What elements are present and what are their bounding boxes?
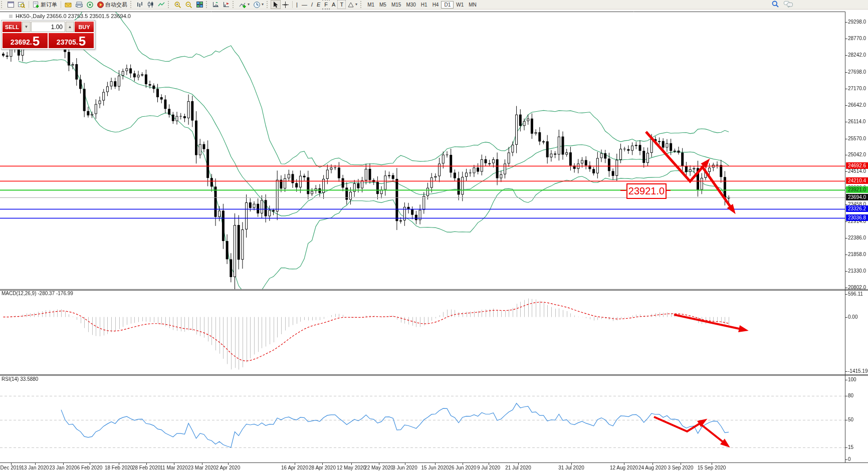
price-tick-label: 27170.0 <box>848 86 866 91</box>
autotrade-icon <box>97 2 104 8</box>
macd-indicator-label: MACD(12,26,9) -280.37 -176.99 <box>2 291 73 296</box>
candlestick-icon[interactable] <box>145 1 156 9</box>
price-badge: 24210.4 <box>846 177 868 184</box>
text-label-icon[interactable]: T <box>337 0 346 9</box>
price-tick-label: 24514.0 <box>848 168 866 174</box>
chart-ohlc-title: HK50-,Daily 23656.0 23753.5 23501.5 2369… <box>9 13 131 19</box>
rsi-tick-label: 15 <box>848 444 853 450</box>
shapes-icon[interactable]: ▾ <box>346 1 359 9</box>
price-tick-label: 27698.0 <box>848 69 866 75</box>
shapes-dropdown-icon[interactable]: ▾ <box>355 1 357 9</box>
buy-price-big-digit: 5 <box>79 35 86 47</box>
sell-price: 23692. <box>11 37 32 47</box>
buy-button[interactable]: BUY <box>75 22 94 32</box>
indicators-icon[interactable]: ▾ <box>237 1 252 9</box>
window-icon[interactable] <box>6 1 16 9</box>
tab-m15[interactable]: M15 <box>389 1 403 9</box>
price-tick-label: 21858.0 <box>848 252 866 257</box>
one-click-trade-widget: SELL ▼ 1.00 ▲ BUY 23692.5 23705.5 <box>1 20 95 50</box>
trendline-icon[interactable]: / <box>309 1 315 9</box>
new-order-icon <box>33 2 39 8</box>
price-badge: 23694.0 <box>846 194 868 200</box>
price-tick-label: 26114.0 <box>848 119 865 124</box>
news-icon[interactable] <box>85 1 95 9</box>
tab-d1[interactable]: D1 <box>441 1 454 9</box>
rsi-tick-label: 50 <box>848 417 853 422</box>
autotrade-label: 自动交易 <box>105 1 127 9</box>
tile-windows-icon[interactable] <box>194 1 205 9</box>
deposit-icon[interactable] <box>63 1 74 9</box>
price-badge: 23921.0 <box>846 186 868 193</box>
toolbar-grip <box>1 1 5 8</box>
equidistant-channel-icon[interactable]: E <box>315 1 322 9</box>
chart-shift-icon[interactable] <box>221 1 232 9</box>
vertical-line-icon[interactable]: | <box>294 1 300 9</box>
zoom-in-icon[interactable] <box>172 1 183 9</box>
volume-up-button[interactable]: ▲ <box>66 22 74 32</box>
date-tick-label: 15 Sep 2020 <box>691 465 733 470</box>
macd-tick-label: -1415.19 <box>848 368 867 374</box>
fibonacci-icon[interactable]: F <box>322 0 330 10</box>
rsi-tick-label: 80 <box>848 393 853 398</box>
text-icon[interactable]: A <box>330 1 337 9</box>
toolbar: 新订单 自动交易 <box>0 0 868 10</box>
price-tick-label: 21330.0 <box>848 268 866 274</box>
autotrade-button[interactable]: 自动交易 <box>95 1 129 9</box>
indicators-dropdown-icon[interactable]: ▾ <box>248 1 250 9</box>
price-tick-label: 28242.0 <box>848 52 866 58</box>
sell-button[interactable]: SELL <box>3 22 22 32</box>
crosshair-icon[interactable] <box>280 1 291 9</box>
print-icon[interactable] <box>74 1 85 9</box>
price-tick-label: 25042.0 <box>848 152 866 157</box>
new-order-label: 新订单 <box>41 1 57 9</box>
price-tick-label: 22386.0 <box>848 235 866 241</box>
price-tick-label: 29298.0 <box>848 19 866 25</box>
buy-price-box[interactable]: 23705.5 <box>49 33 94 48</box>
macd-tick-label: 596.11 <box>848 291 863 297</box>
zoom-out-icon[interactable] <box>183 1 194 9</box>
periods-icon[interactable]: ▾ <box>252 1 266 9</box>
volume-input[interactable]: 1.00 <box>31 22 65 32</box>
tab-m1[interactable]: M1 <box>365 1 377 9</box>
macd-tick-label: 0.00 <box>848 314 857 320</box>
price-chart-canvas[interactable] <box>0 0 868 474</box>
price-tick-label: 28770.0 <box>848 36 866 41</box>
rsi-tick-label: 100 <box>848 377 856 382</box>
mt4-window: 新订单 自动交易 <box>0 0 868 474</box>
chat-icon[interactable] <box>784 1 793 8</box>
sell-price-box[interactable]: 23692.5 <box>3 33 48 48</box>
price-badge: 23036.8 <box>846 214 868 221</box>
price-tick-label: 20802.0 <box>848 285 866 290</box>
tab-mn[interactable]: MN <box>466 1 479 9</box>
chart-zoom-icon[interactable] <box>16 1 27 9</box>
tab-m5[interactable]: M5 <box>377 1 389 9</box>
tab-w1[interactable]: W1 <box>454 1 466 9</box>
date-tick-label: 31 Jul 2020 <box>550 465 592 470</box>
tab-h4[interactable]: H4 <box>430 1 442 9</box>
line-chart-icon[interactable] <box>156 1 167 9</box>
price-tick-label: 25570.0 <box>848 136 866 141</box>
volume-down-button[interactable]: ▼ <box>22 22 31 32</box>
tab-h1[interactable]: H1 <box>418 1 430 9</box>
sell-price-big-digit: 5 <box>33 35 40 47</box>
bar-chart-icon[interactable] <box>135 1 145 9</box>
search-icon[interactable] <box>772 1 779 8</box>
auto-scroll-icon[interactable] <box>210 1 221 9</box>
price-tick-label: 26642.0 <box>848 102 866 108</box>
buy-price: 23705. <box>57 37 78 47</box>
price-annotation[interactable]: 23921.0 <box>626 183 667 199</box>
date-tick-label: 2 Apr 2020 <box>207 465 249 470</box>
periods-dropdown-icon[interactable]: ▾ <box>262 1 264 9</box>
horizontal-line-icon[interactable]: — <box>300 1 309 9</box>
price-badge: 24692.6 <box>846 162 868 169</box>
cursor-icon[interactable] <box>271 1 280 9</box>
rsi-tick-label: 0 <box>848 456 851 462</box>
date-tick-label: 21 Jul 2020 <box>497 465 539 470</box>
new-order-button[interactable]: 新订单 <box>31 1 59 9</box>
price-badge: 23326.2 <box>846 205 868 212</box>
tab-m30[interactable]: M30 <box>403 1 418 9</box>
rsi-indicator-label: RSI(14) 33.5880 <box>2 376 38 382</box>
